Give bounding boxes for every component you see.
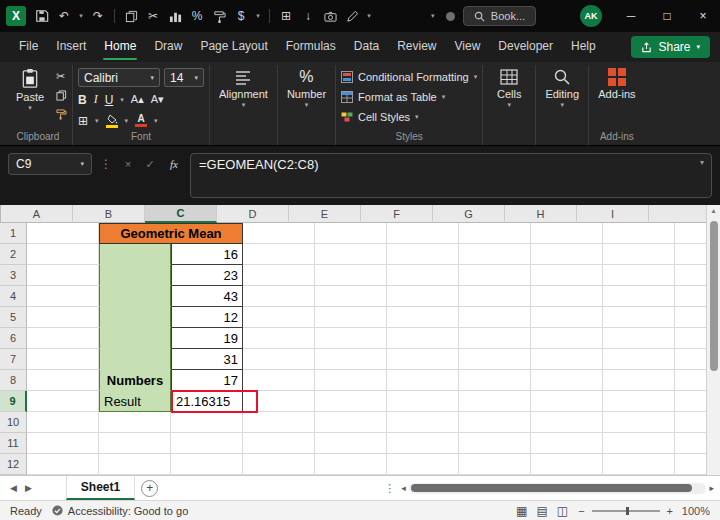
accessibility-status[interactable]: Accessibility: Good to go <box>52 505 188 517</box>
font-color-chevron-icon[interactable]: ▾ <box>154 117 158 125</box>
cell-D1[interactable] <box>243 223 315 244</box>
cell-F3[interactable] <box>387 265 459 286</box>
cell-I11[interactable] <box>603 433 675 454</box>
page-layout-view-icon[interactable]: ▤ <box>536 504 547 518</box>
draw-pen-icon[interactable] <box>342 4 362 28</box>
cell-H11[interactable] <box>531 433 603 454</box>
zoom-level[interactable]: 100% <box>680 505 710 517</box>
copy-icon[interactable] <box>121 4 141 28</box>
cell-C3[interactable]: 23 <box>171 265 243 286</box>
cell-E10[interactable] <box>315 412 387 433</box>
italic-button[interactable]: I <box>94 92 98 107</box>
formula-input[interactable]: =GEOMEAN(C2:C8) ▾ <box>190 153 712 198</box>
cell-F10[interactable] <box>387 412 459 433</box>
column-header-A[interactable]: A <box>1 205 73 223</box>
menu-item-data[interactable]: Data <box>345 32 388 62</box>
cell-H3[interactable] <box>531 265 603 286</box>
cell-A1[interactable] <box>27 223 99 244</box>
close-button[interactable]: × <box>686 0 720 32</box>
cell-D11[interactable] <box>243 433 315 454</box>
cell-A5[interactable] <box>27 307 99 328</box>
cell-A3[interactable] <box>27 265 99 286</box>
cells-button[interactable]: Cells ▾ <box>488 66 530 109</box>
underline-button[interactable]: U <box>105 93 114 107</box>
column-header-F[interactable]: F <box>361 205 433 223</box>
cell-G1[interactable] <box>459 223 531 244</box>
column-header-D[interactable]: D <box>217 205 289 223</box>
cell-D5[interactable] <box>243 307 315 328</box>
search-box[interactable]: Book... <box>463 6 536 26</box>
borders-chevron-icon[interactable]: ▾ <box>95 117 99 125</box>
cell-D3[interactable] <box>243 265 315 286</box>
cell-H9[interactable] <box>531 391 603 412</box>
cell-A9[interactable] <box>27 391 99 412</box>
percent-style-icon[interactable]: % <box>187 4 207 28</box>
cell-B2[interactable] <box>99 244 171 265</box>
cell-H6[interactable] <box>531 328 603 349</box>
table-icon[interactable]: ⊞ <box>276 4 296 28</box>
column-header-B[interactable]: B <box>73 205 145 223</box>
sheet-nav-right-icon[interactable]: ▶ <box>25 483 32 493</box>
alignment-button[interactable]: Alignment ▾ <box>215 66 272 109</box>
scroll-right-icon[interactable]: ▸ <box>709 483 714 493</box>
borders-button[interactable]: ⊞ <box>78 114 88 128</box>
cell-E6[interactable] <box>315 328 387 349</box>
cell-A2[interactable] <box>27 244 99 265</box>
cell-H2[interactable] <box>531 244 603 265</box>
underline-chevron-icon[interactable]: ▾ <box>120 96 124 104</box>
cell-F12[interactable] <box>387 454 459 475</box>
cell-G5[interactable] <box>459 307 531 328</box>
cell-H1[interactable] <box>531 223 603 244</box>
cut-icon[interactable]: ✂ <box>143 4 163 28</box>
paste-button[interactable]: Paste ▾ <box>9 66 51 112</box>
menu-item-review[interactable]: Review <box>388 32 445 62</box>
cancel-entry-button[interactable]: × <box>120 153 136 175</box>
cell-D8[interactable] <box>243 370 315 391</box>
cell-F11[interactable] <box>387 433 459 454</box>
menu-item-insert[interactable]: Insert <box>47 32 95 62</box>
menu-item-draw[interactable]: Draw <box>145 32 191 62</box>
cell-A10[interactable] <box>27 412 99 433</box>
cell-B9[interactable]: Result <box>99 391 171 412</box>
font-size-combo[interactable]: 14 ▾ <box>164 68 204 87</box>
cell-E1[interactable] <box>315 223 387 244</box>
cell-E3[interactable] <box>315 265 387 286</box>
scroll-up-icon[interactable]: ▴ <box>711 206 715 218</box>
menu-item-view[interactable]: View <box>446 32 490 62</box>
column-header-H[interactable]: H <box>505 205 577 223</box>
cell-H5[interactable] <box>531 307 603 328</box>
cell-F2[interactable] <box>387 244 459 265</box>
row-header-4[interactable]: 4 <box>0 286 27 307</box>
menu-item-help[interactable]: Help <box>562 32 605 62</box>
row-header-7[interactable]: 7 <box>0 349 27 370</box>
insert-function-button[interactable]: fx <box>164 153 184 175</box>
normal-view-icon[interactable]: ▦ <box>516 504 527 518</box>
cell-F8[interactable] <box>387 370 459 391</box>
cell-A7[interactable] <box>27 349 99 370</box>
sheet-tab-sheet1[interactable]: Sheet1 <box>66 476 135 500</box>
select-all-corner[interactable] <box>0 205 1 223</box>
row-header-11[interactable]: 11 <box>0 433 27 454</box>
cell-A6[interactable] <box>27 328 99 349</box>
cell-I7[interactable] <box>603 349 675 370</box>
undo-chevron-icon[interactable]: ▾ <box>76 4 86 28</box>
cell-styles-button[interactable]: Cell Styles ▾ <box>341 108 477 125</box>
fill-down-icon[interactable]: ↓ <box>298 4 318 28</box>
excel-logo-icon[interactable]: X <box>6 6 26 26</box>
cell-F5[interactable] <box>387 307 459 328</box>
cell-E7[interactable] <box>315 349 387 370</box>
cell-D12[interactable] <box>243 454 315 475</box>
cell-D7[interactable] <box>243 349 315 370</box>
cell-F6[interactable] <box>387 328 459 349</box>
fill-color-chevron-icon[interactable]: ▾ <box>125 117 129 125</box>
number-button[interactable]: % Number ▾ <box>283 66 330 109</box>
cell-C7[interactable]: 31 <box>171 349 243 370</box>
cell-I1[interactable] <box>603 223 675 244</box>
save-icon[interactable] <box>32 4 52 28</box>
column-header-C[interactable]: C <box>145 205 217 223</box>
cell-E12[interactable] <box>315 454 387 475</box>
copy-button[interactable] <box>56 88 67 103</box>
font-name-combo[interactable]: Calibri ▾ <box>78 68 160 87</box>
cell-H10[interactable] <box>531 412 603 433</box>
row-header-1[interactable]: 1 <box>0 223 27 244</box>
